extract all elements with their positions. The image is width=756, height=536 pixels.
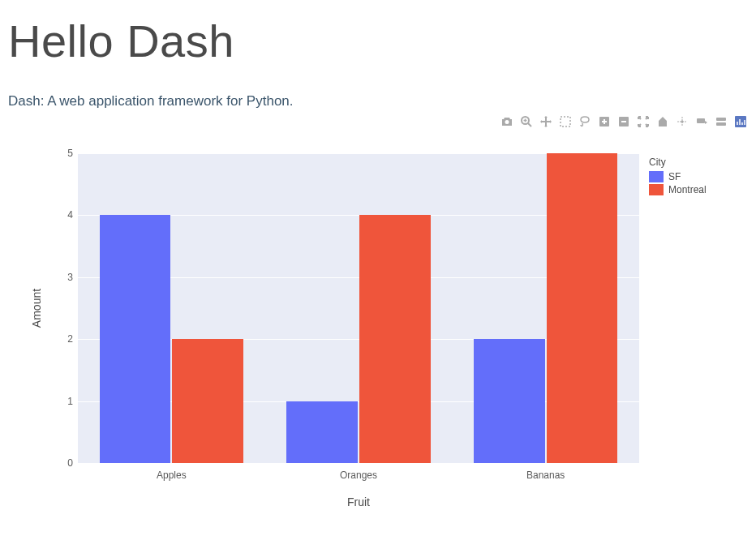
x-tick-label: Bananas bbox=[526, 470, 565, 481]
pan-icon[interactable] bbox=[539, 114, 553, 129]
bar-montreal-apples[interactable] bbox=[172, 339, 243, 463]
page-title: Hello Dash bbox=[0, 0, 756, 67]
legend-swatch bbox=[649, 184, 664, 195]
y-tick-label: 4 bbox=[49, 209, 73, 221]
hover-closest-icon[interactable] bbox=[694, 114, 709, 129]
bar-montreal-oranges[interactable] bbox=[359, 215, 431, 463]
x-tick-label: Apples bbox=[157, 470, 187, 481]
autoscale-icon[interactable] bbox=[636, 114, 651, 129]
svg-rect-4 bbox=[561, 117, 570, 126]
svg-rect-13 bbox=[697, 118, 705, 123]
svg-rect-15 bbox=[716, 122, 726, 126]
legend-swatch bbox=[649, 171, 664, 182]
svg-rect-14 bbox=[716, 118, 726, 121]
bar-sf-oranges[interactable] bbox=[286, 401, 358, 463]
chart-container: 012345 ApplesOrangesBananas Amount Fruit… bbox=[0, 147, 756, 528]
hover-compare-icon[interactable] bbox=[714, 114, 728, 129]
y-axis-label: Amount bbox=[30, 289, 43, 328]
y-tick-label: 3 bbox=[49, 272, 73, 283]
legend-label: SF bbox=[668, 171, 681, 182]
legend-item-montreal[interactable]: Montreal bbox=[649, 184, 707, 195]
y-tick-label: 2 bbox=[49, 333, 73, 345]
plot-area[interactable] bbox=[78, 153, 639, 463]
y-tick-label: 5 bbox=[49, 148, 73, 159]
camera-icon[interactable] bbox=[500, 114, 514, 129]
bar-sf-bananas[interactable] bbox=[474, 339, 545, 463]
reset-axes-icon[interactable] bbox=[655, 114, 670, 129]
plotly-logo-icon[interactable] bbox=[733, 114, 748, 129]
lasso-icon[interactable] bbox=[578, 114, 592, 129]
subtitle-text: Dash: A web application framework for Py… bbox=[0, 67, 756, 109]
x-axis-label: Fruit bbox=[347, 495, 370, 508]
x-tick-label: Oranges bbox=[340, 470, 377, 481]
svg-point-12 bbox=[681, 121, 684, 123]
gridline bbox=[78, 463, 639, 464]
bar-sf-apples[interactable] bbox=[100, 215, 171, 463]
legend-title: City bbox=[649, 157, 707, 168]
y-tick-label: 0 bbox=[49, 457, 73, 469]
zoom-in-icon[interactable] bbox=[597, 114, 612, 129]
zoom-out-icon[interactable] bbox=[616, 114, 631, 129]
chart-toolbar bbox=[0, 109, 756, 129]
y-tick-label: 1 bbox=[49, 396, 73, 407]
legend-label: Montreal bbox=[668, 184, 707, 195]
bar-montreal-bananas[interactable] bbox=[547, 153, 618, 463]
legend-item-sf[interactable]: SF bbox=[649, 171, 707, 182]
zoom-icon[interactable] bbox=[519, 114, 534, 129]
chart-legend: City SFMontreal bbox=[649, 157, 707, 197]
svg-line-1 bbox=[528, 123, 531, 126]
spike-lines-icon[interactable] bbox=[675, 114, 689, 129]
select-box-icon[interactable] bbox=[558, 114, 573, 129]
